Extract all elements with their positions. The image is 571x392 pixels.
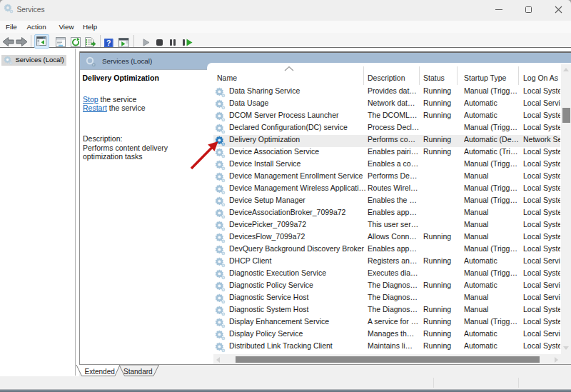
svg-text:?: ? [106,39,111,47]
